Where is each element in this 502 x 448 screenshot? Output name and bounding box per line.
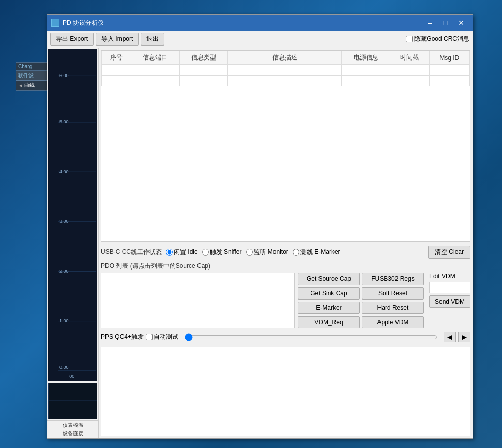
edit-vdm-input[interactable] bbox=[429, 282, 470, 293]
edit-vdm-label: Edit VDM bbox=[429, 273, 470, 280]
soft-reset-button[interactable]: Soft Reset bbox=[362, 287, 424, 300]
edit-vdm-area: Edit VDM Send VDM bbox=[429, 273, 470, 328]
pps-prev-button[interactable]: ◀ bbox=[444, 332, 456, 342]
col-type: 信息类型 bbox=[179, 51, 228, 65]
export-button[interactable]: 导出 Export bbox=[50, 33, 94, 46]
window-controls: – □ ✕ bbox=[423, 18, 468, 28]
get-source-cap-button[interactable]: Get Source Cap bbox=[298, 273, 360, 285]
pps-next-button[interactable]: ▶ bbox=[458, 332, 470, 342]
e-marker-button[interactable]: E-Marker bbox=[298, 302, 360, 314]
svg-text:1.00: 1.00 bbox=[59, 318, 69, 323]
col-port: 信息端口 bbox=[131, 51, 179, 65]
hide-crc-checkbox-label[interactable]: 隐藏Good CRC消息 bbox=[406, 35, 469, 43]
table-row bbox=[102, 65, 470, 76]
pdo-content: Get Source Cap FUSB302 Regs Get Sink Cap… bbox=[101, 273, 470, 328]
pdo-btn-row-2: Get Sink Cap Soft Reset bbox=[298, 287, 424, 300]
thumbnail-svg bbox=[49, 383, 97, 419]
left-chart-panel: 代线(Volt) 6.00 5.00 4.00 3.00 2.00 1.00 0… bbox=[47, 48, 99, 438]
vdm-req-button[interactable]: VDM_Req bbox=[298, 316, 360, 328]
pps-label: PPS QC4+触发 bbox=[101, 333, 144, 341]
minimize-button[interactable]: – bbox=[423, 18, 437, 28]
radio-sniffer[interactable]: 触发 Sniffer bbox=[202, 248, 242, 257]
import-button[interactable]: 导入 Import bbox=[96, 33, 139, 46]
svg-text:6.00: 6.00 bbox=[59, 73, 69, 78]
svg-text:3.00: 3.00 bbox=[59, 219, 69, 224]
svg-text:2.00: 2.00 bbox=[59, 268, 69, 274]
svg-text:4.00: 4.00 bbox=[59, 169, 69, 174]
pdo-btn-row-3: E-Marker Hard Reset bbox=[298, 302, 424, 314]
svg-text:5.00: 5.00 bbox=[59, 119, 69, 124]
cc-status-row: USB-C CC线工作状态 闲置 Idle 触发 Sniffer 监听 M bbox=[101, 244, 470, 260]
pdo-section: PDO 列表 (请点击列表中的Source Cap) Get Source Ca… bbox=[101, 262, 470, 328]
title-bar: PD 协议分析仪 – □ ✕ bbox=[47, 15, 473, 31]
svg-text:0.00: 0.00 bbox=[59, 365, 69, 370]
col-power: 电源信息 bbox=[342, 51, 390, 65]
pdo-btn-row-1: Get Source Cap FUSB302 Regs bbox=[298, 273, 424, 285]
radio-group: 闲置 Idle 触发 Sniffer 监听 Monitor 测线 E- bbox=[166, 248, 340, 257]
radio-emarker[interactable]: 测线 E-Marker bbox=[293, 248, 340, 257]
fusb302-regs-button[interactable]: FUSB302 Regs bbox=[362, 273, 424, 285]
col-time: 时间截 bbox=[390, 51, 429, 65]
thumbnail-panel bbox=[48, 383, 97, 419]
svg-text:00:: 00: bbox=[69, 374, 76, 379]
right-content: 序号 信息端口 信息类型 信息描述 电源信息 时间截 Msg ID bbox=[99, 48, 473, 438]
cc-status-label: USB-C CC线工作状态 bbox=[101, 248, 162, 257]
send-vdm-button[interactable]: Send VDM bbox=[429, 295, 470, 308]
text-output-area[interactable] bbox=[101, 347, 470, 436]
hide-crc-checkbox[interactable] bbox=[406, 36, 413, 42]
table-body bbox=[102, 65, 470, 86]
toolbar: 导出 Export 导入 Import 退出 隐藏Good CRC消息 bbox=[47, 31, 473, 48]
close-button[interactable]: ✕ bbox=[454, 18, 468, 28]
app-icon bbox=[51, 19, 59, 27]
window-title: PD 协议分析仪 bbox=[63, 19, 423, 27]
waveform-svg: 代线(Volt) 6.00 5.00 4.00 3.00 2.00 1.00 0… bbox=[48, 49, 97, 381]
col-desc: 信息描述 bbox=[228, 51, 342, 65]
radio-idle[interactable]: 闲置 Idle bbox=[166, 248, 198, 257]
get-sink-cap-button[interactable]: Get Sink Cap bbox=[298, 287, 360, 300]
message-table-container: 序号 信息端口 信息类型 信息描述 电源信息 时间截 Msg ID bbox=[101, 50, 470, 242]
table-row bbox=[102, 76, 470, 86]
maximize-button[interactable]: □ bbox=[438, 18, 453, 28]
apple-vdm-button[interactable]: Apple VDM bbox=[362, 316, 424, 328]
hard-reset-button[interactable]: Hard Reset bbox=[362, 302, 424, 314]
pdo-btn-row-4: VDM_Req Apple VDM bbox=[298, 316, 424, 328]
auto-test-label[interactable]: 自动测试 bbox=[146, 333, 178, 341]
col-seq: 序号 bbox=[102, 51, 131, 65]
auto-test-checkbox[interactable] bbox=[146, 334, 153, 340]
col-msgid: Msg ID bbox=[429, 51, 469, 65]
instrument-temp-label: 仪表核温 bbox=[48, 422, 97, 429]
message-table: 序号 信息端口 信息类型 信息描述 电源信息 时间截 Msg ID bbox=[101, 51, 470, 86]
device-connect-label: 设备连接 bbox=[48, 430, 97, 437]
main-window: PD 协议分析仪 – □ ✕ 导出 Export 导入 Import 退出 隐藏… bbox=[47, 14, 473, 439]
bottom-labels: 仪表核温 设备连接 bbox=[47, 420, 98, 438]
waveform-chart: 代线(Volt) 6.00 5.00 4.00 3.00 2.00 1.00 0… bbox=[48, 49, 97, 381]
lower-controls: USB-C CC线工作状态 闲置 Idle 触发 Sniffer 监听 M bbox=[99, 242, 473, 438]
exit-button[interactable]: 退出 bbox=[141, 33, 164, 46]
pdo-label: PDO 列表 (请点击列表中的Source Cap) bbox=[101, 262, 470, 271]
clear-button[interactable]: 清空 Clear bbox=[428, 246, 470, 259]
main-content: 代线(Volt) 6.00 5.00 4.00 3.00 2.00 1.00 0… bbox=[47, 48, 473, 438]
pdo-buttons: Get Source Cap FUSB302 Regs Get Sink Cap… bbox=[298, 273, 424, 328]
pps-row: PPS QC4+触发 自动测试 ◀ ▶ bbox=[101, 331, 470, 344]
pps-slider[interactable] bbox=[185, 333, 437, 341]
pdo-list-box bbox=[101, 273, 295, 328]
radio-monitor[interactable]: 监听 Monitor bbox=[246, 248, 288, 257]
